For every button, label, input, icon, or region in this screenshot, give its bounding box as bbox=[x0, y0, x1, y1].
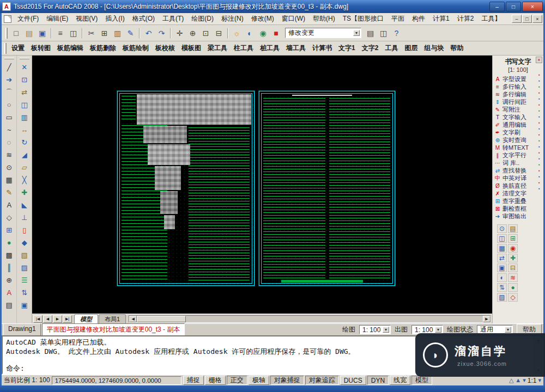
tssd-menu-item[interactable]: 板筋绘制 bbox=[119, 42, 152, 54]
sheet-icon[interactable]: ▤ bbox=[508, 224, 518, 233]
scale-icon[interactable]: ◢ bbox=[18, 149, 31, 161]
match-properties-icon[interactable]: ✎ bbox=[124, 27, 137, 39]
chevron-down-icon[interactable]: ▾ bbox=[538, 377, 541, 384]
draw-scale-combo[interactable]: 1: 100 ▾ bbox=[359, 325, 391, 334]
menu-item[interactable]: 窗口(W) bbox=[278, 13, 309, 24]
grid2-icon[interactable]: ⊞ bbox=[508, 234, 518, 243]
zoom-previous-icon[interactable]: ⊟ bbox=[213, 27, 225, 39]
wave-icon[interactable]: ≋ bbox=[508, 273, 518, 282]
menu-item[interactable]: 工具】 bbox=[477, 13, 505, 24]
close-button[interactable]: × bbox=[522, 2, 543, 11]
help-icon[interactable]: ? bbox=[390, 27, 403, 39]
status-toggle-button[interactable]: 极轴 bbox=[249, 376, 269, 385]
status-toggle-button[interactable]: 正交 bbox=[227, 376, 247, 385]
tab-nav-button[interactable]: ◀ bbox=[43, 315, 52, 323]
annotation-visibility-icon[interactable]: ▲ bbox=[515, 377, 521, 384]
plot-preview-icon[interactable]: ◫ bbox=[67, 27, 80, 39]
edge-toolbar-icon[interactable]: ▪ bbox=[538, 109, 540, 113]
separator[interactable] bbox=[82, 28, 83, 39]
mirror-icon[interactable]: ⇄ bbox=[18, 86, 31, 99]
edge-toolbar-icon[interactable]: ▪ bbox=[538, 175, 540, 179]
shade-icon[interactable]: ▧ bbox=[497, 293, 507, 302]
zoom-window-icon[interactable]: ⊡ bbox=[199, 27, 212, 39]
status-toggle-button[interactable]: 模型 bbox=[411, 376, 432, 385]
separator[interactable] bbox=[51, 28, 52, 39]
menu-item[interactable]: 文件(F) bbox=[14, 13, 43, 24]
rotate-icon[interactable]: ↻ bbox=[18, 136, 31, 149]
block-icon[interactable]: ⊞ bbox=[3, 224, 16, 236]
trim-icon[interactable]: ╳ bbox=[18, 174, 31, 186]
annotation-scale-value[interactable]: 1:1 bbox=[528, 377, 537, 384]
edge-toolbar-icon[interactable]: ▪ bbox=[538, 79, 540, 83]
scrollbar-thumb[interactable] bbox=[137, 316, 186, 322]
tssd-menu-item[interactable]: 板筋编辑 bbox=[54, 42, 87, 54]
annotation-scale-icon[interactable]: △ bbox=[509, 377, 513, 384]
chevron-down-icon[interactable]: ▾ bbox=[435, 327, 441, 333]
zoom-realtime-icon[interactable]: ⊕ bbox=[186, 27, 199, 39]
edge-toolbar-icon[interactable]: ▪ bbox=[538, 163, 540, 167]
select-icon[interactable]: ▯ bbox=[18, 224, 31, 236]
separator[interactable] bbox=[227, 28, 228, 39]
mdi-minimize-button[interactable]: – bbox=[512, 15, 522, 23]
toolbar-grip[interactable] bbox=[5, 28, 8, 39]
layout-tab[interactable]: 模型 bbox=[74, 314, 98, 324]
layout-tab[interactable]: 布局1 bbox=[99, 314, 126, 324]
menu-item[interactable]: 绘图(D) bbox=[187, 13, 217, 24]
undo-icon[interactable]: ↶ bbox=[142, 27, 155, 39]
drawing-canvas[interactable] bbox=[32, 56, 492, 314]
dot2-icon[interactable]: ◉ bbox=[508, 244, 518, 253]
mdi-close-button[interactable]: × bbox=[532, 15, 542, 23]
status-toggle-button[interactable]: DYN bbox=[367, 376, 389, 385]
status-toggle-button[interactable]: DUCS bbox=[340, 376, 366, 385]
scroll-left-icon[interactable]: ◀ bbox=[129, 316, 137, 322]
extend-icon[interactable]: ✚ bbox=[18, 186, 31, 199]
menu-item[interactable]: TS【图形接口 bbox=[339, 13, 387, 24]
text-icon[interactable]: A bbox=[3, 199, 16, 211]
tssd-menu-item[interactable]: 设置 bbox=[8, 42, 28, 54]
menu-item[interactable]: 标注(N) bbox=[217, 13, 247, 24]
minusbox-icon[interactable]: ⊟ bbox=[508, 264, 518, 272]
ellipse-icon[interactable]: ◌ bbox=[3, 136, 16, 149]
wheel-icon[interactable]: ◐ bbox=[244, 27, 256, 39]
divider-icon[interactable]: ║ bbox=[3, 261, 16, 274]
box-icon[interactable]: ▣ bbox=[497, 264, 507, 272]
swap-icon[interactable]: ⇅ bbox=[18, 286, 31, 299]
circle-icon[interactable]: ○ bbox=[3, 99, 16, 111]
tssd-menu-item[interactable]: 桩工具 bbox=[257, 42, 283, 54]
chevron-down-icon[interactable]: ▾ bbox=[353, 30, 360, 36]
edge-toolbar-icon[interactable]: ▪ bbox=[538, 181, 540, 185]
menu-item[interactable]: 平面 bbox=[387, 13, 408, 24]
text2-icon[interactable]: A bbox=[3, 286, 16, 299]
save-icon[interactable]: ▣ bbox=[36, 27, 49, 39]
cut-icon[interactable]: ✂ bbox=[85, 27, 98, 39]
offset-icon[interactable]: ◫ bbox=[18, 99, 31, 111]
toolbar-grip[interactable] bbox=[4, 58, 14, 59]
edge-toolbar-icon[interactable]: ▪ bbox=[538, 157, 540, 161]
pan-icon[interactable]: ✛ bbox=[173, 27, 186, 39]
half-icon[interactable]: ◐ bbox=[497, 273, 507, 282]
tssd-menu-item[interactable]: 板校核 bbox=[152, 42, 178, 54]
spline-icon[interactable]: ≋ bbox=[3, 149, 16, 161]
separator[interactable] bbox=[139, 28, 140, 39]
edge-toolbar-icon[interactable]: ▪ bbox=[538, 169, 540, 173]
edge-toolbar-icon[interactable]: ▪ bbox=[538, 103, 540, 107]
arc-icon[interactable]: ⌒ bbox=[3, 86, 16, 99]
plus-icon[interactable]: ✚ bbox=[508, 254, 518, 262]
drawing-tab[interactable]: Drawing1 bbox=[3, 323, 41, 336]
layers-icon[interactable]: ▤ bbox=[364, 27, 377, 39]
properties-icon[interactable]: ◫ bbox=[377, 27, 390, 39]
table-icon[interactable]: ▩ bbox=[3, 249, 16, 261]
maximize-button[interactable]: □ bbox=[506, 2, 521, 11]
mdi-restore-button[interactable]: □ bbox=[522, 15, 532, 23]
tab-nav-button[interactable]: ▶| bbox=[63, 315, 72, 323]
open-file-icon[interactable]: ▤ bbox=[23, 27, 35, 39]
edge-toolbar-icon[interactable]: ▪ bbox=[538, 133, 540, 137]
menu-item[interactable]: 构件 bbox=[408, 13, 429, 24]
diamond-icon[interactable]: ◇ bbox=[3, 211, 16, 224]
dot-icon[interactable]: ● bbox=[3, 236, 16, 249]
panel-close-icon[interactable]: × bbox=[536, 57, 542, 63]
array-icon[interactable]: ▥ bbox=[18, 111, 31, 124]
tab-nav-button[interactable]: |◀ bbox=[33, 315, 43, 323]
edge-toolbar-icon[interactable]: ▪ bbox=[538, 121, 540, 125]
tray-settings-icon[interactable]: ▾ bbox=[523, 377, 526, 384]
